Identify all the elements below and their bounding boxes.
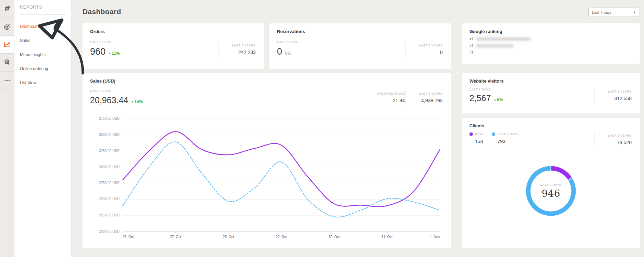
clients-last3years: LAST 3 YEARS 73,520 <box>595 132 632 147</box>
reservations-last3years-value: 0 <box>412 50 443 55</box>
website-visitors-card: Website visitors LAST 7 DAYS 2,567 ▲5% L… <box>462 73 640 114</box>
visitors-delta: ▲5% <box>494 97 503 102</box>
svg-text:3000.00 USD: 3000.00 USD <box>99 165 120 169</box>
reservations-card: Reservations LAST 7 DAYS 0 0% LAST 3 YEA… <box>269 23 451 69</box>
reservations-delta: 0% <box>285 51 291 56</box>
rail-item-settings[interactable] <box>0 0 14 18</box>
visitors-last3years-value: 312,558 <box>601 96 632 101</box>
clients-donut-chart[interactable]: LAST 7 DAYS 946 <box>522 162 580 222</box>
svg-text:3750.00 USD: 3750.00 USD <box>99 117 120 120</box>
svg-text:2250.00 USD: 2250.00 USD <box>99 213 120 217</box>
sales-period-label: LAST 7 DAYS <box>90 89 368 93</box>
more-dots-icon <box>3 77 11 84</box>
right-column: Google ranking #1 #1 #1 Website visitors <box>462 23 640 248</box>
chevron-down-icon: ▼ <box>633 11 636 14</box>
sales-last3years-value: 4,938,795 <box>412 98 443 103</box>
left-column: Orders LAST 7 DAYS 960 ▲11% LAST 3 YEARS… <box>82 23 451 248</box>
sidebar-item-dashboard[interactable]: Dashboard <box>20 24 71 29</box>
legend-item-new: NEW 153 <box>469 132 483 144</box>
rail-item-automation[interactable] <box>0 54 14 72</box>
orders-period-label: LAST 7 DAYS <box>90 40 219 44</box>
sales-delta: ▲14% <box>131 99 143 104</box>
clients-card-title: Clients <box>469 123 632 128</box>
orders-last3years-value: 242,233 <box>225 50 256 55</box>
gears-icon <box>3 5 11 13</box>
date-range-select[interactable]: Last 7 days ▼ <box>588 8 640 17</box>
rank-number: #1 <box>469 44 474 48</box>
svg-text:2500.00 USD: 2500.00 USD <box>99 197 120 201</box>
rank-number: #1 <box>469 37 474 41</box>
orders-last3years: LAST 3 YEARS 242,233 <box>219 42 256 57</box>
icon-rail <box>0 0 14 257</box>
line-chart-icon <box>3 41 11 49</box>
ranking-row: #1 <box>469 51 632 55</box>
sales-last3years: LAST 3 YEARS 4,938,795 <box>406 90 443 105</box>
redacted-keyword <box>476 38 531 41</box>
website-visitors-title: Website visitors <box>469 78 632 84</box>
clients-last7-value: 793 <box>492 139 519 144</box>
sales-card: Sales (USD) LAST 7 DAYS 20,963.44 ▲14% A… <box>82 73 451 248</box>
google-ranking-card: Google ranking #1 #1 #1 <box>462 23 640 64</box>
orders-delta: ▲11% <box>108 51 120 56</box>
sidebar-item-online-ordering[interactable]: Online ordering <box>20 66 71 71</box>
up-triangle-icon: ▲ <box>108 52 111 55</box>
sidebar-section-title: REPORTS <box>20 5 71 10</box>
ranking-row: #1 <box>469 37 632 41</box>
google-ranking-title: Google ranking <box>469 29 632 34</box>
sidebar-divider <box>20 14 66 15</box>
donut-center-value: 946 <box>542 188 560 199</box>
sidebar-item-sales[interactable]: Sales <box>20 38 71 43</box>
reservations-value: 0 <box>277 46 282 57</box>
main-content: Dashboard Last 7 days ▼ Orders LAST 7 DA… <box>71 0 644 257</box>
rail-item-more[interactable] <box>0 72 14 89</box>
orders-card-title: Orders <box>90 29 256 34</box>
target-icon <box>3 23 11 31</box>
purple-dot-icon <box>469 132 473 136</box>
sales-line-chart[interactable]: 3750.00 USD3500.00 USD3250.00 USD3000.00… <box>90 110 443 244</box>
visitors-value: 2,567 <box>469 93 491 103</box>
svg-text:30. Oct: 30. Oct <box>329 235 340 239</box>
svg-text:28. Oct: 28. Oct <box>223 235 234 239</box>
sales-card-title: Sales (USD) <box>90 78 443 84</box>
sales-average-value: AVERAGE VALUE 21.84 <box>368 90 406 105</box>
svg-text:3250.00 USD: 3250.00 USD <box>99 149 120 153</box>
date-range-value: Last 7 days <box>592 10 633 14</box>
svg-text:27. Oct: 27. Oct <box>170 235 181 239</box>
blue-dot-icon <box>492 132 495 136</box>
svg-text:2000.00 USD: 2000.00 USD <box>99 229 120 233</box>
clients-new-value: 153 <box>469 139 483 144</box>
reservations-period-label: LAST 7 DAYS <box>277 40 406 44</box>
reservations-last3years: LAST 3 YEARS 0 <box>406 42 443 57</box>
svg-text:29. Oct: 29. Oct <box>276 235 287 239</box>
svg-text:26. Oct: 26. Oct <box>123 235 134 239</box>
svg-text:2750.00 USD: 2750.00 USD <box>99 181 120 185</box>
clients-last3years-value: 73,520 <box>601 140 632 145</box>
orders-card: Orders LAST 7 DAYS 960 ▲11% LAST 3 YEARS… <box>82 23 264 69</box>
orders-value: 960 <box>90 46 106 57</box>
visitors-period-label: LAST 7 DAYS <box>469 88 595 91</box>
rail-item-reports[interactable] <box>0 36 14 54</box>
visitors-last3years: LAST 3 YEARS 312,558 <box>595 88 632 103</box>
sales-value: 20,963.44 <box>90 95 128 105</box>
gear-pointer-icon <box>3 59 11 66</box>
donut-center-label: LAST 7 DAYS <box>540 183 562 186</box>
sidebar-item-list-view[interactable]: List View <box>20 81 71 85</box>
svg-text:1. Nov: 1. Nov <box>430 235 440 239</box>
redacted-keyword <box>476 44 513 47</box>
svg-text:31. Oct: 31. Oct <box>381 235 392 239</box>
sidebar-item-menu-insights[interactable]: Menu Insights <box>20 52 71 57</box>
legend-item-last7days: LAST 7 DAYS 793 <box>492 132 519 144</box>
ranking-row: #1 <box>469 44 632 48</box>
clients-card: Clients NEW 153 <box>462 118 640 248</box>
rail-item-goals[interactable] <box>0 18 14 36</box>
up-triangle-icon: ▲ <box>131 100 134 103</box>
svg-text:3500.00 USD: 3500.00 USD <box>99 133 120 137</box>
sidebar: REPORTS Dashboard Sales Menu Insights On… <box>14 0 71 257</box>
page-title: Dashboard <box>82 8 640 16</box>
up-triangle-icon: ▲ <box>494 98 497 101</box>
reservations-card-title: Reservations <box>277 29 443 34</box>
rank-number: #1 <box>469 51 474 55</box>
donut-center: LAST 7 DAYS 946 <box>522 162 580 220</box>
